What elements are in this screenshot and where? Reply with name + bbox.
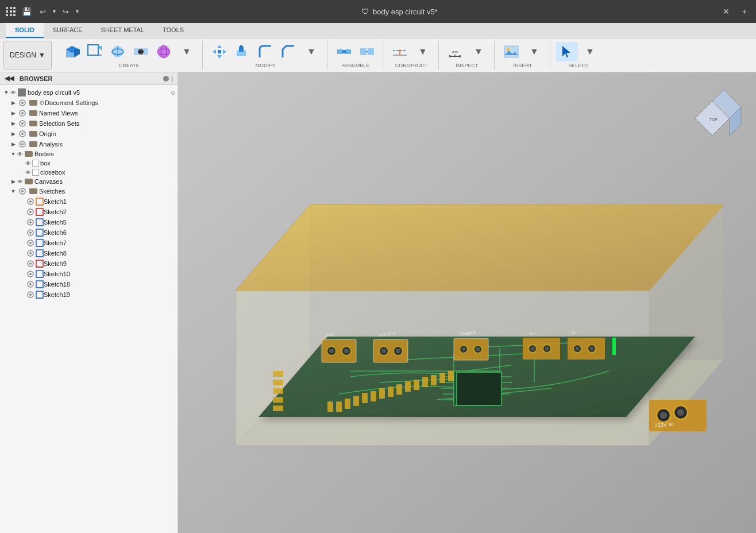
tree-selection-sets[interactable]: ▶ Selection Sets <box>0 118 178 129</box>
modify-buttons: ▼ <box>209 42 322 61</box>
named-views-vis[interactable] <box>18 109 26 117</box>
app-grid-icon[interactable] <box>6 7 16 16</box>
select-button[interactable] <box>556 42 578 61</box>
extrude-button[interactable] <box>61 42 83 61</box>
named-views-toggle[interactable]: ▶ <box>9 110 17 116</box>
tree-sketch5[interactable]: Sketch5 <box>0 217 178 227</box>
tree-sketch6[interactable]: Sketch6 <box>0 227 178 238</box>
create-more-button[interactable]: ▼ <box>176 42 198 61</box>
viewport[interactable]: 220V ac VCC ON / OFF DIMMER IA + IA - <box>178 72 756 533</box>
browser-back-icon[interactable]: ◀◀ <box>5 75 14 82</box>
measure-button[interactable]: mm <box>445 42 466 61</box>
selection-sets-vis[interactable] <box>18 119 26 128</box>
inspect-more-button[interactable]: ▼ <box>468 42 489 61</box>
tree-sketch10[interactable]: Sketch10 <box>0 269 178 279</box>
analysis-vis[interactable] <box>18 140 26 148</box>
sketch1-vis[interactable] <box>26 198 34 206</box>
svg-point-25 <box>342 50 346 53</box>
sketches-vis[interactable] <box>18 187 26 195</box>
select-more-button[interactable]: ▼ <box>579 42 601 61</box>
bodies-folder <box>25 151 33 157</box>
tree-sketch8[interactable]: Sketch8 <box>0 248 178 258</box>
bodies-vis[interactable]: 👁 <box>17 151 23 157</box>
insert-more-button[interactable]: ▼ <box>523 42 545 61</box>
tree-body-box[interactable]: 👁 box <box>0 159 178 168</box>
svg-point-162 <box>590 347 594 351</box>
as-built-joint-button[interactable] <box>356 42 378 61</box>
sketch10-vis[interactable] <box>26 270 34 278</box>
sketch8-vis[interactable] <box>26 249 34 257</box>
chamfer-button[interactable] <box>277 42 299 61</box>
tree-sketch2[interactable]: Sketch2 <box>0 207 178 217</box>
move-button[interactable] <box>209 42 230 61</box>
sketch19-vis[interactable] <box>26 291 34 299</box>
tree-canvases[interactable]: ▶ 👁 Canvases <box>0 177 178 186</box>
origin-toggle[interactable]: ▶ <box>9 131 17 137</box>
new-sketch-button[interactable] <box>84 42 106 61</box>
tree-sketch1[interactable]: Sketch1 <box>0 196 178 207</box>
expand-btn[interactable]: + <box>739 7 750 16</box>
undo-dropdown[interactable]: ▼ <box>52 9 57 14</box>
tree-sketch19[interactable]: Sketch19 <box>0 289 178 300</box>
doc-settings-vis[interactable] <box>18 99 26 107</box>
svg-rect-21 <box>239 47 244 52</box>
redo-btn[interactable]: ↪ <box>60 7 71 16</box>
tab-solid[interactable]: SOLID <box>6 23 44 38</box>
close-btn[interactable]: ✕ <box>719 7 733 16</box>
root-vis-icon[interactable]: 👁 <box>10 90 16 96</box>
bodies-toggle[interactable]: ▼ <box>9 151 17 157</box>
tree-sketch7[interactable]: Sketch7 <box>0 238 178 248</box>
sketch7-vis[interactable] <box>26 239 34 247</box>
tree-root-item[interactable]: ▼ 👁 body esp circuit v5 ⊙ <box>0 87 178 98</box>
canvases-toggle[interactable]: ▶ <box>9 179 17 184</box>
tree-body-closebox[interactable]: 👁 closebox <box>0 168 178 177</box>
svg-rect-118 <box>273 371 283 377</box>
joint-button[interactable] <box>333 42 355 61</box>
fillet-button[interactable] <box>254 42 276 61</box>
root-toggle[interactable]: ▼ <box>2 90 10 95</box>
revolve-button[interactable] <box>107 42 129 61</box>
box-vis[interactable]: 👁 <box>25 160 31 167</box>
canvases-vis[interactable]: 👁 <box>17 179 23 185</box>
closebox-vis[interactable]: 👁 <box>25 169 31 176</box>
tree-origin[interactable]: ▶ Origin <box>0 129 178 139</box>
selection-sets-toggle[interactable]: ▶ <box>9 121 17 126</box>
as-built-icon <box>359 44 375 60</box>
redo-dropdown[interactable]: ▼ <box>75 9 80 14</box>
tab-tools[interactable]: TOOLS <box>153 23 193 38</box>
tab-sheet-metal[interactable]: SHEET METAL <box>92 23 153 38</box>
sketch6-vis[interactable] <box>26 229 34 237</box>
sketch2-vis[interactable] <box>26 208 34 216</box>
press-pull-button[interactable] <box>232 42 253 61</box>
offset-plane-button[interactable] <box>389 42 411 61</box>
svg-text:IA +: IA + <box>529 331 537 336</box>
sketch18-vis[interactable] <box>26 280 34 288</box>
root-eye2-icon[interactable]: ⊙ <box>171 90 175 96</box>
svg-text:mm: mm <box>452 50 458 53</box>
tree-sketches[interactable]: ▼ Sketches <box>0 186 178 196</box>
sketches-toggle[interactable]: ▼ <box>9 188 17 194</box>
insert-image-button[interactable] <box>500 42 522 61</box>
tree-named-views[interactable]: ▶ Named Views <box>0 108 178 118</box>
design-button[interactable]: DESIGN ▼ <box>3 41 52 69</box>
doc-settings-label: Document Settings <box>45 99 175 106</box>
analysis-toggle[interactable]: ▶ <box>9 141 17 147</box>
tree-sketch18[interactable]: Sketch18 <box>0 279 178 289</box>
hole-button[interactable] <box>130 42 152 61</box>
tree-bodies[interactable]: ▼ 👁 Bodies <box>0 149 178 159</box>
create-form-button[interactable] <box>153 42 175 61</box>
svg-rect-126 <box>353 396 359 406</box>
construct-more-button[interactable]: ▼ <box>412 42 434 61</box>
doc-settings-toggle[interactable]: ▶ <box>9 100 17 106</box>
sketch9-vis[interactable] <box>26 260 34 268</box>
tree-sketch9[interactable]: Sketch9 <box>0 258 178 269</box>
modify-more-button[interactable]: ▼ <box>300 42 322 61</box>
origin-vis[interactable] <box>18 130 26 138</box>
tree-doc-settings[interactable]: ▶ ⚙ Document Settings <box>0 98 178 108</box>
fillet-icon <box>257 44 273 60</box>
sketch5-vis[interactable] <box>26 218 34 226</box>
undo-btn[interactable]: ↩ <box>37 7 48 16</box>
save-icon[interactable]: 💾 <box>20 7 34 16</box>
tree-analysis[interactable]: ▶ Analysis <box>0 139 178 149</box>
tab-surface[interactable]: SURFACE <box>44 23 92 38</box>
